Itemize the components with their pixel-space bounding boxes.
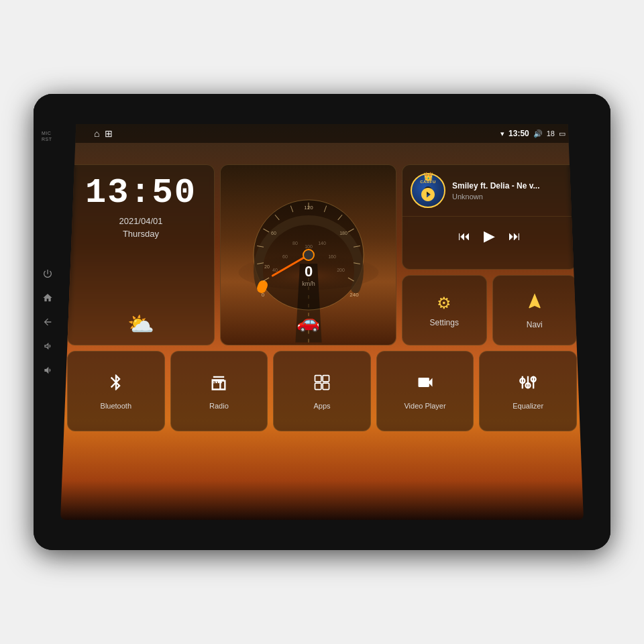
volume-up-button[interactable] <box>40 339 55 354</box>
svg-rect-36 <box>218 380 219 383</box>
volume-status-icon: 🔊 <box>533 129 543 138</box>
svg-point-24 <box>303 250 314 260</box>
speedo-gauge: 0 120 240 60 180 20 0 km/h <box>248 195 369 315</box>
settings-widget[interactable]: ⚙ Settings <box>402 275 487 345</box>
status-bar: ⌂ ⊞ ▾ 13:50 🔊 18 ▭ ↩ <box>60 124 584 143</box>
radio-icon <box>209 373 228 396</box>
apps-label: Apps <box>313 402 330 410</box>
main-screen: ⌂ ⊞ ▾ 13:50 🔊 18 ▭ ↩ 13:50 2021/04/01 <box>60 124 584 520</box>
nav-home-icon[interactable]: ⌂ <box>94 128 99 139</box>
svg-text:80: 80 <box>292 241 298 246</box>
svg-rect-38 <box>315 375 321 381</box>
svg-text:160: 160 <box>328 254 336 259</box>
svg-text:120: 120 <box>304 205 313 211</box>
svg-rect-40 <box>315 383 321 389</box>
wifi-icon: ▾ <box>500 129 504 138</box>
svg-rect-34 <box>213 382 215 383</box>
back-side-button[interactable] <box>40 315 55 329</box>
power-button[interactable] <box>40 266 55 281</box>
radio-label: Radio <box>209 402 229 410</box>
svg-text:0: 0 <box>304 263 312 280</box>
svg-rect-37 <box>221 380 222 383</box>
top-row-right: CARFU 👑 Smiley ft. Delia - Ne v... Unkno… <box>402 164 577 345</box>
music-controls: ⏮ ▶ ⏭ <box>402 217 576 256</box>
music-info-section: CARFU 👑 Smiley ft. Delia - Ne v... Unkno… <box>402 165 576 217</box>
nav-apps-icon[interactable]: ⊞ <box>105 128 113 139</box>
play-button[interactable]: ▶ <box>484 227 495 245</box>
apps-button[interactable]: Apps <box>273 351 371 431</box>
navi-label: Navi <box>527 320 543 329</box>
svg-text:0: 0 <box>261 292 264 298</box>
video-icon <box>416 373 435 396</box>
equalizer-button[interactable]: Equalizer <box>479 351 577 431</box>
prev-button[interactable]: ⏮ <box>458 229 470 244</box>
next-button[interactable]: ⏭ <box>508 229 521 244</box>
volume-down-button[interactable] <box>40 363 55 378</box>
carfu-brand: CARFU <box>420 180 436 184</box>
svg-text:200: 200 <box>337 268 345 272</box>
battery-level: 18 <box>547 129 555 138</box>
rst-label: RST <box>42 137 52 142</box>
head-unit: MIC RST ⌂ ⊞ ▾ 13:50 <box>34 94 610 550</box>
svg-text:20: 20 <box>264 264 270 269</box>
equalizer-icon <box>519 373 537 396</box>
music-widget: CARFU 👑 Smiley ft. Delia - Ne v... Unkno… <box>402 164 577 270</box>
settings-navi-row: ⚙ Settings Navi <box>402 275 577 345</box>
speedometer-widget: 0 120 240 60 180 20 0 km/h <box>220 164 396 345</box>
video-player-button[interactable]: Video Player <box>376 351 474 431</box>
top-row: 13:50 2021/04/01 Thursday ⛅ <box>67 164 577 345</box>
clock-day: Thursday <box>123 229 159 239</box>
svg-text:60: 60 <box>271 231 276 235</box>
svg-text:100: 100 <box>305 244 313 249</box>
weather-icon: ⛅ <box>127 311 154 337</box>
settings-icon: ⚙ <box>437 294 451 313</box>
bluetooth-icon <box>107 373 125 396</box>
bluetooth-label: Bluetooth <box>101 402 131 410</box>
navi-widget[interactable]: Navi <box>492 275 578 345</box>
mic-rst-labels: MIC RST <box>42 131 52 142</box>
bottom-app-row: Bluetooth Radio <box>67 351 577 431</box>
navi-icon <box>525 292 544 315</box>
clock-date: 2021/04/01 <box>119 216 162 226</box>
svg-rect-35 <box>216 381 217 382</box>
status-time: 13:50 <box>508 129 529 138</box>
svg-text:40: 40 <box>272 268 278 272</box>
main-content: 13:50 2021/04/01 Thursday ⛅ <box>67 164 577 513</box>
svg-text:km/h: km/h <box>302 280 315 287</box>
status-right: ▾ 13:50 🔊 18 ▭ ↩ <box>500 129 576 138</box>
apps-icon <box>313 373 331 396</box>
home-side-button[interactable] <box>40 290 55 305</box>
car-icon: 🚗 <box>297 311 320 333</box>
side-buttons <box>40 266 55 378</box>
svg-rect-39 <box>323 375 329 381</box>
svg-text:60: 60 <box>282 254 288 259</box>
clock-widget: 13:50 2021/04/01 Thursday ⛅ <box>67 164 215 345</box>
video-label: Video Player <box>404 402 445 410</box>
mic-label: MIC <box>42 131 52 136</box>
svg-rect-41 <box>323 383 329 389</box>
radio-button[interactable]: Radio <box>170 351 268 431</box>
music-title: Smiley ft. Delia - Ne v... <box>452 181 568 191</box>
equalizer-label: Equalizer <box>513 402 543 410</box>
bluetooth-button[interactable]: Bluetooth <box>67 351 165 431</box>
status-left: ⌂ ⊞ <box>94 128 113 139</box>
svg-text:240: 240 <box>350 292 359 298</box>
music-info: Smiley ft. Delia - Ne v... Unknown <box>452 181 568 201</box>
back-status-icon[interactable]: ↩ <box>570 129 576 138</box>
music-artist: Unknown <box>452 193 568 201</box>
settings-label: Settings <box>430 318 459 327</box>
battery-icon: ▭ <box>559 129 566 138</box>
svg-text:140: 140 <box>318 241 326 246</box>
svg-text:180: 180 <box>339 231 347 235</box>
clock-time: 13:50 <box>85 176 197 211</box>
album-art: CARFU 👑 <box>411 173 445 208</box>
